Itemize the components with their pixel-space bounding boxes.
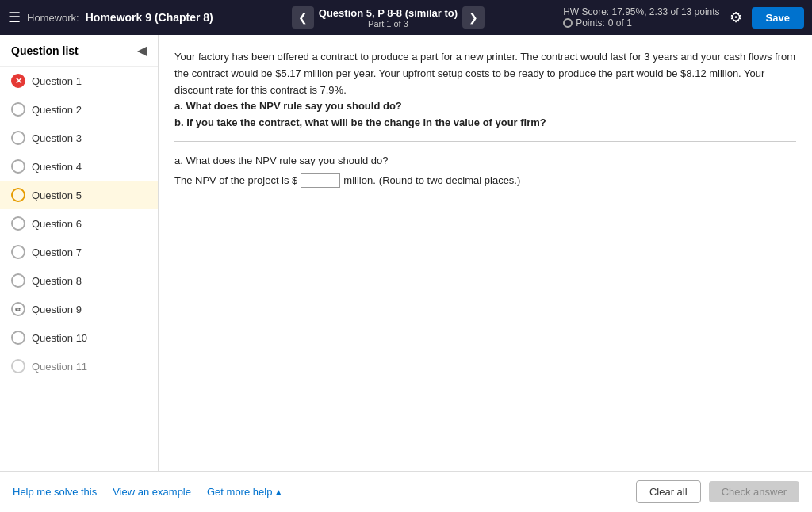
q3-status-icon bbox=[11, 131, 25, 145]
q1-label: Question 1 bbox=[32, 75, 82, 87]
q9-status-icon: ✏ bbox=[11, 302, 25, 316]
question-body: Your factory has been offered a contract… bbox=[174, 51, 795, 96]
get-more-help-link[interactable]: Get more help ▲ bbox=[207, 486, 282, 498]
sidebar-item-q6[interactable]: Question 6 bbox=[0, 209, 158, 238]
sidebar-item-q11[interactable]: Question 11 bbox=[0, 352, 158, 380]
content-divider bbox=[174, 141, 796, 142]
q7-label: Question 7 bbox=[32, 246, 82, 258]
points-circle-icon bbox=[563, 18, 573, 28]
hw-score-row: HW Score: 17.95%, 2.33 of 13 points bbox=[563, 6, 719, 17]
sidebar-item-q10[interactable]: Question 10 bbox=[0, 323, 158, 352]
hamburger-icon[interactable]: ☰ bbox=[8, 9, 21, 26]
homework-title: Homework 9 (Chapter 8) bbox=[86, 11, 213, 24]
npv-round-hint: (Round to two decimal places.) bbox=[379, 174, 520, 186]
points-label: Points: bbox=[576, 17, 605, 29]
question-content: Your factory has been offered a contract… bbox=[159, 35, 812, 471]
question-navigation: ❮ Question 5, P 8-8 (similar to) Part 1 … bbox=[292, 6, 485, 29]
sidebar-item-q4[interactable]: Question 4 bbox=[0, 152, 158, 181]
points-value: 0 of 1 bbox=[608, 17, 632, 29]
bottom-toolbar: Help me solve this View an example Get m… bbox=[0, 471, 812, 512]
get-more-help-label: Get more help bbox=[207, 486, 272, 498]
question-list-sidebar: Question list ◀ ✕ Question 1 Question 2 … bbox=[0, 35, 159, 471]
npv-prefix-text: The NPV of the project is $ bbox=[174, 174, 297, 186]
next-question-button[interactable]: ❯ bbox=[462, 6, 485, 29]
question-body-text: Your factory has been offered a contract… bbox=[174, 49, 796, 132]
q11-label: Question 11 bbox=[32, 361, 87, 373]
sidebar-item-q1[interactable]: ✕ Question 1 bbox=[0, 67, 158, 95]
npv-million-text: million. bbox=[343, 174, 375, 186]
q5-label: Question 5 bbox=[32, 189, 82, 201]
main-layout: Question list ◀ ✕ Question 1 Question 2 … bbox=[0, 35, 812, 471]
get-more-help-arrow-icon: ▲ bbox=[274, 487, 282, 496]
q1-status-icon: ✕ bbox=[11, 74, 25, 88]
score-area: HW Score: 17.95%, 2.33 of 13 points Poin… bbox=[563, 6, 804, 29]
q2-label: Question 2 bbox=[32, 104, 82, 116]
points-row: Points: 0 of 1 bbox=[563, 17, 719, 29]
part-a-intro: a. What does the NPV rule say you should… bbox=[174, 100, 402, 112]
help-me-solve-link[interactable]: Help me solve this bbox=[13, 486, 97, 498]
collapse-sidebar-button[interactable]: ◀ bbox=[137, 43, 147, 58]
q7-status-icon bbox=[11, 245, 25, 259]
q5-status-icon bbox=[11, 188, 25, 202]
settings-button[interactable]: ⚙ bbox=[730, 9, 742, 26]
hw-score-label: HW Score: bbox=[563, 6, 609, 17]
q10-status-icon bbox=[11, 331, 25, 345]
q2-status-icon bbox=[11, 102, 25, 117]
view-example-link[interactable]: View an example bbox=[113, 486, 191, 498]
sidebar-item-q3[interactable]: Question 3 bbox=[0, 124, 158, 152]
prev-question-button[interactable]: ❮ bbox=[292, 6, 314, 29]
q4-label: Question 4 bbox=[32, 161, 82, 173]
sidebar-items: ✕ Question 1 Question 2 Question 3 Quest… bbox=[0, 67, 158, 380]
q9-label: Question 9 bbox=[32, 304, 82, 315]
sidebar-title: Question list bbox=[11, 44, 79, 57]
question-part: Part 1 of 3 bbox=[319, 19, 458, 29]
npv-answer-input[interactable] bbox=[301, 173, 340, 188]
q3-label: Question 3 bbox=[32, 132, 82, 144]
q8-status-icon bbox=[11, 273, 25, 288]
sidebar-header: Question list ◀ bbox=[0, 35, 158, 67]
score-info: HW Score: 17.95%, 2.33 of 13 points Poin… bbox=[563, 6, 719, 29]
save-button[interactable]: Save bbox=[752, 7, 804, 29]
bottom-right-actions: Clear all Check answer bbox=[636, 480, 799, 503]
q8-label: Question 8 bbox=[32, 275, 82, 287]
q6-status-icon bbox=[11, 216, 25, 231]
q11-status-icon bbox=[11, 359, 25, 373]
question-info: Question 5, P 8-8 (similar to) Part 1 of… bbox=[319, 7, 458, 29]
hw-score-value: 17.95%, 2.33 of 13 points bbox=[612, 6, 720, 17]
part-b-intro: b. If you take the contract, what will b… bbox=[174, 117, 546, 128]
check-answer-button[interactable]: Check answer bbox=[709, 481, 799, 502]
clear-all-button[interactable]: Clear all bbox=[636, 480, 701, 503]
q4-status-icon bbox=[11, 159, 25, 174]
question-name: Question 5, P 8-8 (similar to) bbox=[319, 7, 458, 19]
q10-label: Question 10 bbox=[32, 332, 87, 344]
sidebar-item-q8[interactable]: Question 8 bbox=[0, 266, 158, 295]
sidebar-item-q9[interactable]: ✏ Question 9 bbox=[0, 295, 158, 323]
part-a-label: a. What does the NPV rule say you should… bbox=[174, 155, 796, 166]
sidebar-item-q7[interactable]: Question 7 bbox=[0, 238, 158, 266]
top-navigation: ☰ Homework: Homework 9 (Chapter 8) ❮ Que… bbox=[0, 0, 812, 35]
homework-label: Homework: bbox=[27, 12, 79, 24]
sidebar-item-q5[interactable]: Question 5 bbox=[0, 181, 158, 209]
sidebar-item-q2[interactable]: Question 2 bbox=[0, 95, 158, 124]
npv-input-line: The NPV of the project is $ million. (Ro… bbox=[174, 173, 796, 188]
q6-label: Question 6 bbox=[32, 218, 82, 230]
part-a-section: a. What does the NPV rule say you should… bbox=[174, 155, 796, 188]
